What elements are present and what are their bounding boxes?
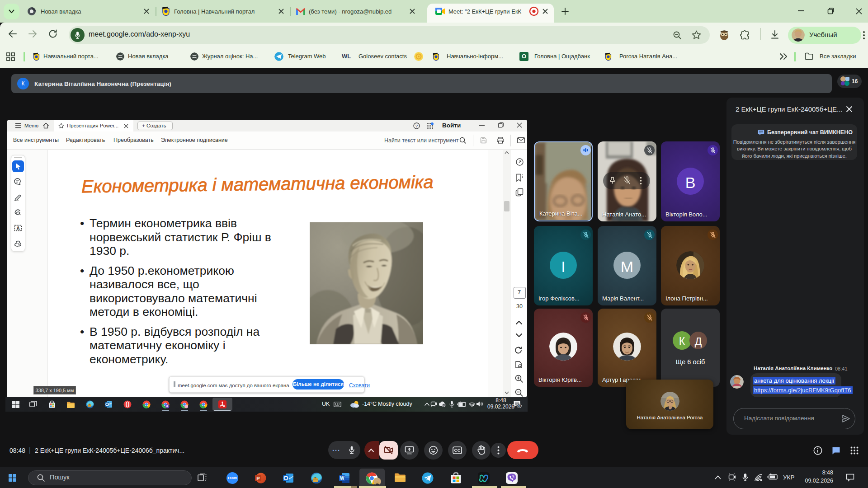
svg-text:W: W: [340, 476, 344, 481]
svg-text:?: ?: [415, 124, 418, 128]
svg-text:9: 9: [518, 404, 520, 408]
svg-text:A: A: [16, 226, 19, 231]
svg-text:P: P: [256, 476, 259, 481]
